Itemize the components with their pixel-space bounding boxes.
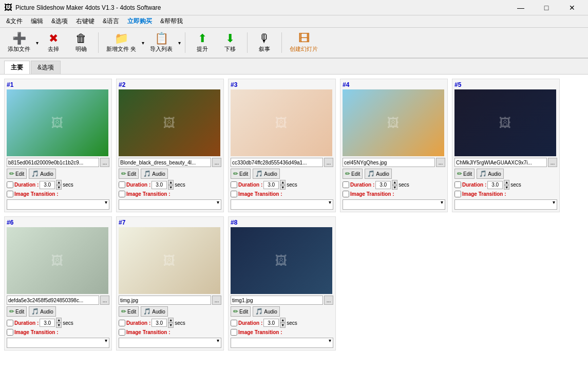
- import-list-dropdown-arrow[interactable]: ▾: [178, 40, 181, 46]
- tab-main[interactable]: 主要: [4, 61, 30, 74]
- clear-button[interactable]: 🗑 明确: [68, 29, 94, 56]
- spinner-up-7[interactable]: ▲: [168, 318, 174, 323]
- slide-edit-btn-2[interactable]: ✏ Edit: [119, 169, 139, 179]
- slide-duration-input-8[interactable]: [263, 319, 279, 327]
- slide-transition-check-5[interactable]: [454, 191, 461, 197]
- menu-buynow[interactable]: 立即购买: [123, 16, 156, 27]
- slide-audio-btn-1[interactable]: 🎵 Audio: [29, 169, 56, 179]
- slide-duration-input-6[interactable]: [40, 319, 55, 327]
- slide-audio-btn-2[interactable]: 🎵 Audio: [141, 169, 168, 179]
- slide-spinner-1[interactable]: ▲ ▼: [56, 180, 62, 190]
- slide-transition-check-1[interactable]: [7, 191, 13, 197]
- move-up-button[interactable]: ⬆ 提升: [189, 29, 215, 56]
- slide-spinner-8[interactable]: ▲ ▼: [280, 318, 286, 327]
- slide-audio-btn-6[interactable]: 🎵 Audio: [29, 306, 56, 317]
- slide-spinner-7[interactable]: ▲ ▼: [168, 318, 174, 327]
- spinner-down-7[interactable]: ▼: [168, 323, 174, 328]
- slide-duration-check-1[interactable]: [7, 181, 13, 188]
- slide-duration-check-6[interactable]: [7, 320, 13, 326]
- spinner-up-3[interactable]: ▲: [280, 180, 286, 185]
- spinner-down-6[interactable]: ▼: [56, 323, 62, 328]
- import-list-button[interactable]: 📋 导入列表: [146, 29, 176, 56]
- slide-dropdown-8[interactable]: Fade Slide Zoom: [231, 338, 333, 348]
- slide-duration-input-5[interactable]: [487, 181, 503, 189]
- slide-spinner-2[interactable]: ▲ ▼: [168, 180, 174, 190]
- slide-dots-btn-8[interactable]: ...: [324, 296, 333, 305]
- slide-duration-check-7[interactable]: [119, 320, 125, 326]
- slide-filename-input-6[interactable]: [7, 296, 99, 305]
- slide-edit-btn-7[interactable]: ✏ Edit: [119, 306, 139, 317]
- slide-filename-input-4[interactable]: [343, 158, 435, 167]
- spinner-up-6[interactable]: ▲: [56, 318, 62, 323]
- slide-edit-btn-4[interactable]: ✏ Edit: [343, 169, 363, 179]
- slide-duration-check-8[interactable]: [231, 320, 237, 326]
- slide-duration-input-2[interactable]: [151, 181, 167, 189]
- slide-duration-check-5[interactable]: [454, 181, 461, 188]
- slide-dropdown-1[interactable]: Fade Slide Zoom: [7, 199, 109, 210]
- spinner-down-1[interactable]: ▼: [56, 185, 62, 190]
- slide-duration-check-2[interactable]: [119, 181, 125, 188]
- slide-dots-btn-4[interactable]: ...: [436, 158, 445, 167]
- slide-transition-check-2[interactable]: [119, 191, 125, 197]
- slide-edit-btn-8[interactable]: ✏ Edit: [231, 306, 251, 317]
- slide-edit-btn-6[interactable]: ✏ Edit: [7, 306, 27, 317]
- tab-options[interactable]: &选项: [31, 61, 61, 74]
- spinner-up-5[interactable]: ▲: [504, 180, 509, 185]
- slide-duration-input-1[interactable]: [40, 181, 55, 189]
- spinner-down-3[interactable]: ▼: [280, 185, 286, 190]
- slide-audio-btn-7[interactable]: 🎵 Audio: [141, 306, 168, 317]
- maximize-button[interactable]: □: [535, 0, 558, 15]
- close-button[interactable]: ✕: [560, 0, 584, 15]
- move-down-button[interactable]: ⬇ 下移: [217, 29, 243, 56]
- slide-dots-btn-1[interactable]: ...: [100, 158, 109, 167]
- slide-filename-input-3[interactable]: [231, 158, 323, 167]
- menu-edit[interactable]: 编辑: [27, 16, 47, 27]
- slide-transition-check-8[interactable]: [231, 329, 237, 336]
- menu-help[interactable]: &帮帮我: [156, 16, 187, 27]
- slide-spinner-6[interactable]: ▲ ▼: [56, 318, 62, 327]
- slide-audio-btn-8[interactable]: 🎵 Audio: [253, 306, 280, 317]
- slide-dropdown-7[interactable]: Fade Slide Zoom: [119, 338, 221, 348]
- slide-transition-check-4[interactable]: [343, 191, 349, 197]
- slide-dropdown-6[interactable]: Fade Slide Zoom: [7, 338, 109, 348]
- create-button[interactable]: 🎞 创建幻灯片: [286, 29, 321, 56]
- minimize-button[interactable]: —: [509, 0, 533, 15]
- slide-duration-check-4[interactable]: [343, 181, 349, 188]
- slide-filename-input-7[interactable]: [119, 296, 211, 305]
- spinner-up-4[interactable]: ▲: [392, 180, 397, 185]
- slide-dropdown-5[interactable]: Fade Slide Zoom: [454, 199, 557, 210]
- slide-dots-btn-5[interactable]: ...: [548, 158, 557, 167]
- menu-rightclick[interactable]: 右键键: [72, 16, 99, 27]
- new-folder-dropdown-arrow[interactable]: ▾: [142, 40, 144, 46]
- spinner-down-5[interactable]: ▼: [504, 185, 509, 190]
- narration-button[interactable]: 🎙 叙事: [252, 29, 277, 56]
- slide-dropdown-2[interactable]: Fade Slide Zoom: [119, 199, 221, 210]
- slide-duration-input-4[interactable]: [375, 181, 391, 189]
- slide-edit-btn-5[interactable]: ✏ Edit: [454, 169, 475, 179]
- slide-filename-input-1[interactable]: [7, 158, 99, 167]
- spinner-down-4[interactable]: ▼: [392, 185, 397, 190]
- menu-options[interactable]: &选项: [47, 16, 72, 27]
- spinner-down-8[interactable]: ▼: [280, 323, 286, 328]
- slide-duration-check-3[interactable]: [231, 181, 237, 188]
- slide-dots-btn-6[interactable]: ...: [100, 296, 109, 305]
- add-file-dropdown-arrow[interactable]: ▾: [36, 40, 39, 46]
- slide-audio-btn-5[interactable]: 🎵 Audio: [477, 169, 504, 179]
- slide-spinner-5[interactable]: ▲ ▼: [504, 180, 509, 190]
- slide-edit-btn-3[interactable]: ✏ Edit: [231, 169, 251, 179]
- slide-transition-check-3[interactable]: [231, 191, 237, 197]
- add-file-button[interactable]: ➕ 添加文件: [4, 29, 34, 56]
- slide-spinner-3[interactable]: ▲ ▼: [280, 180, 286, 190]
- slide-audio-btn-3[interactable]: 🎵 Audio: [253, 169, 280, 179]
- slide-duration-input-7[interactable]: [151, 319, 167, 327]
- spinner-down-2[interactable]: ▼: [168, 185, 174, 190]
- menu-file[interactable]: &文件: [2, 16, 27, 27]
- slide-dots-btn-3[interactable]: ...: [324, 158, 333, 167]
- slide-transition-check-6[interactable]: [7, 329, 13, 336]
- slide-filename-input-5[interactable]: [454, 158, 547, 167]
- slide-filename-input-2[interactable]: [119, 158, 211, 167]
- slide-transition-check-7[interactable]: [119, 329, 125, 336]
- slide-dropdown-4[interactable]: Fade Slide Zoom: [343, 199, 445, 210]
- slide-edit-btn-1[interactable]: ✏ Edit: [7, 169, 27, 179]
- new-folder-button[interactable]: 📁 新增文件 夹: [103, 29, 140, 56]
